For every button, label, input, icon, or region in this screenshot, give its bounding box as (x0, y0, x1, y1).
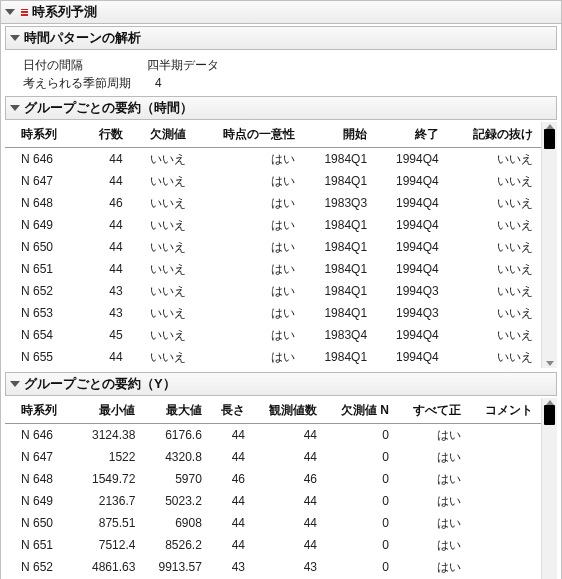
column-header: 終了 (375, 122, 447, 148)
table-row[interactable]: N 6524861.639913.5743430はい (5, 556, 541, 578)
table-cell: はい (194, 148, 304, 171)
table-cell: 1994Q3 (375, 302, 447, 324)
table-cell: はい (194, 346, 304, 368)
scroll-track[interactable] (542, 129, 557, 361)
table-cell: 5970 (143, 468, 209, 490)
table-cell: N 646 (5, 148, 84, 171)
table-cell: はい (194, 192, 304, 214)
summary-y-header[interactable]: グループごとの要約（Y） (5, 372, 557, 396)
table-cell: 44 (210, 446, 253, 468)
table-cell: 44 (253, 446, 325, 468)
kv-key: 考えられる季節周期 (23, 74, 131, 92)
disclosure-down-icon[interactable] (5, 9, 15, 15)
table-cell: 1983Q3 (303, 192, 375, 214)
table-cell: はい (397, 424, 469, 447)
table-cell: 9913.57 (143, 556, 209, 578)
table-cell: いいえ (447, 170, 541, 192)
kv-val: 四半期データ (147, 56, 219, 74)
main-title: 時系列予測 (32, 3, 97, 21)
table-cell: 0 (325, 490, 397, 512)
table-cell: はい (397, 512, 469, 534)
column-header: 記録の抜け (447, 122, 541, 148)
column-header: 最小値 (77, 398, 143, 424)
table-cell: 1984Q1 (303, 302, 375, 324)
table-cell: 4861.63 (77, 556, 143, 578)
disclosure-down-icon[interactable] (10, 381, 20, 387)
pattern-content: 日付の間隔 四半期データ 考えられる季節周期 4 (1, 52, 561, 94)
table-cell: いいえ (131, 346, 194, 368)
scroll-track[interactable] (542, 405, 557, 579)
table-cell: いいえ (447, 148, 541, 171)
table-cell: N 651 (5, 258, 84, 280)
table-cell: N 652 (5, 556, 77, 578)
table-cell: 0 (325, 534, 397, 556)
table-cell: 44 (84, 214, 131, 236)
table-row[interactable]: N 65445いいえはい1983Q41994Q4いいえ (5, 324, 541, 346)
table-cell: いいえ (447, 236, 541, 258)
summary-time-table-wrap: 時系列行数欠測値時点の一意性開始終了記録の抜け N 64644いいえはい1984… (5, 122, 557, 368)
menu-icon[interactable] (21, 9, 28, 16)
disclosure-down-icon[interactable] (10, 35, 20, 41)
table-row[interactable]: N 65243いいえはい1984Q11994Q3いいえ (5, 280, 541, 302)
scroll-thumb[interactable] (544, 129, 555, 149)
table-row[interactable]: N 65044いいえはい1984Q11994Q4いいえ (5, 236, 541, 258)
table-row[interactable]: N 65343いいえはい1984Q11994Q3いいえ (5, 302, 541, 324)
table-cell: N 649 (5, 214, 84, 236)
table-cell: N 655 (5, 346, 84, 368)
table-cell: 44 (253, 424, 325, 447)
table-cell: いいえ (131, 324, 194, 346)
table-cell: 44 (253, 490, 325, 512)
table-cell: 44 (84, 346, 131, 368)
table-cell: はい (397, 446, 469, 468)
table-cell: いいえ (131, 170, 194, 192)
table-cell: いいえ (447, 302, 541, 324)
main-header[interactable]: 時系列予測 (1, 1, 561, 24)
table-cell: 43 (210, 556, 253, 578)
disclosure-down-icon[interactable] (10, 105, 20, 111)
table-row[interactable]: N 64846いいえはい1983Q31994Q4いいえ (5, 192, 541, 214)
scroll-thumb[interactable] (544, 405, 555, 425)
table-cell: いいえ (131, 280, 194, 302)
table-cell: N 648 (5, 468, 77, 490)
table-row[interactable]: N 64744いいえはい1984Q11994Q4いいえ (5, 170, 541, 192)
scrollbar[interactable] (541, 398, 557, 579)
table-row[interactable]: N 6481549.72597046460はい (5, 468, 541, 490)
table-row[interactable]: N 650875.51690844440はい (5, 512, 541, 534)
table-row[interactable]: N 6492136.75023.244440はい (5, 490, 541, 512)
column-header: 長さ (210, 398, 253, 424)
scrollbar[interactable] (541, 122, 557, 368)
table-row[interactable]: N 64944いいえはい1984Q11994Q4いいえ (5, 214, 541, 236)
scroll-down-icon[interactable] (546, 361, 554, 366)
table-cell: 46 (84, 192, 131, 214)
table-row[interactable]: N 64644いいえはい1984Q11994Q4いいえ (5, 148, 541, 171)
table-cell (469, 512, 541, 534)
table-cell: いいえ (131, 258, 194, 280)
table-cell: N 654 (5, 324, 84, 346)
table-cell: いいえ (131, 236, 194, 258)
pattern-header[interactable]: 時間パターンの解析 (5, 26, 557, 50)
column-header: 時系列 (5, 398, 77, 424)
table-row[interactable]: N 65144いいえはい1984Q11994Q4いいえ (5, 258, 541, 280)
table-cell: 0 (325, 424, 397, 447)
table-cell: いいえ (447, 346, 541, 368)
column-header: 行数 (84, 122, 131, 148)
table-cell: 1994Q3 (375, 280, 447, 302)
table-cell: 0 (325, 446, 397, 468)
table-cell: 44 (253, 534, 325, 556)
table-row[interactable]: N 6463124.386176.644440はい (5, 424, 541, 447)
table-cell: はい (194, 302, 304, 324)
table-cell: 3124.38 (77, 424, 143, 447)
table-cell: 6176.6 (143, 424, 209, 447)
summary-time-title: グループごとの要約（時間） (24, 99, 193, 117)
summary-time-header[interactable]: グループごとの要約（時間） (5, 96, 557, 120)
table-row[interactable]: N 65544いいえはい1984Q11994Q4いいえ (5, 346, 541, 368)
table-cell: はい (194, 324, 304, 346)
table-cell: 44 (253, 512, 325, 534)
table-cell: 44 (84, 170, 131, 192)
table-cell: 44 (84, 148, 131, 171)
summary-y-table: 時系列最小値最大値長さ観測値数欠測値 Nすべて正コメント N 6463124.3… (5, 398, 541, 579)
column-header: 欠測値 (131, 122, 194, 148)
table-cell (469, 468, 541, 490)
table-row[interactable]: N 64715224320.844440はい (5, 446, 541, 468)
table-row[interactable]: N 6517512.48526.244440はい (5, 534, 541, 556)
